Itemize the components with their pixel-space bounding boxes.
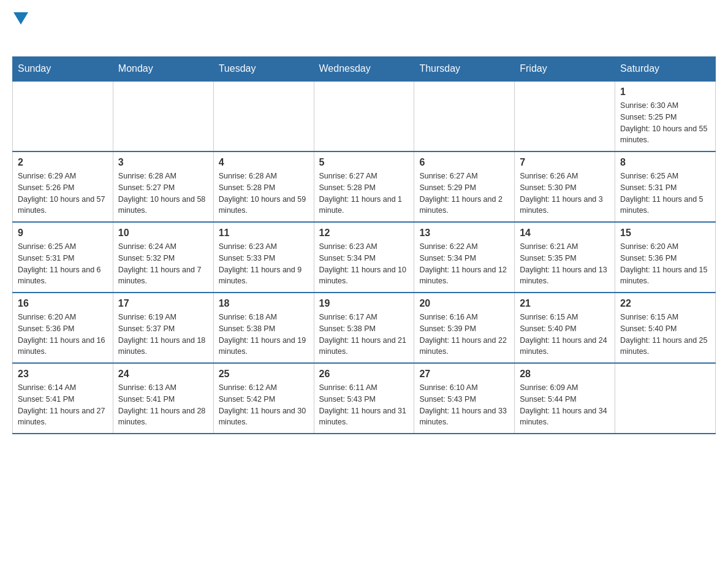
day-info: Sunrise: 6:13 AMSunset: 5:41 PMDaylight:… <box>118 382 208 428</box>
calendar-header-row: SundayMondayTuesdayWednesdayThursdayFrid… <box>13 57 716 82</box>
calendar-cell <box>113 81 213 151</box>
calendar-table: SundayMondayTuesdayWednesdayThursdayFrid… <box>12 56 716 434</box>
day-number: 28 <box>520 369 610 380</box>
calendar-cell <box>213 81 314 151</box>
calendar-cell <box>515 81 615 151</box>
calendar-cell: 10Sunrise: 6:24 AMSunset: 5:32 PMDayligh… <box>113 222 213 293</box>
day-info: Sunrise: 6:18 AMSunset: 5:38 PMDaylight:… <box>219 312 309 358</box>
calendar-week-row: 1Sunrise: 6:30 AMSunset: 5:25 PMDaylight… <box>13 81 716 151</box>
day-info: Sunrise: 6:10 AMSunset: 5:43 PMDaylight:… <box>419 382 509 428</box>
calendar-cell: 6Sunrise: 6:27 AMSunset: 5:29 PMDaylight… <box>414 151 515 222</box>
day-info: Sunrise: 6:23 AMSunset: 5:33 PMDaylight:… <box>219 241 309 287</box>
column-header-tuesday: Tuesday <box>213 57 314 82</box>
day-info: Sunrise: 6:19 AMSunset: 5:37 PMDaylight:… <box>118 312 208 358</box>
day-number: 13 <box>419 228 509 239</box>
day-info: Sunrise: 6:16 AMSunset: 5:39 PMDaylight:… <box>419 312 509 358</box>
day-number: 21 <box>520 298 610 309</box>
calendar-cell: 25Sunrise: 6:12 AMSunset: 5:42 PMDayligh… <box>213 363 314 434</box>
calendar-cell: 19Sunrise: 6:17 AMSunset: 5:38 PMDayligh… <box>314 293 414 363</box>
calendar-cell: 9Sunrise: 6:25 AMSunset: 5:31 PMDaylight… <box>13 222 113 293</box>
calendar-cell: 2Sunrise: 6:29 AMSunset: 5:26 PMDaylight… <box>13 151 113 222</box>
day-number: 1 <box>620 86 710 98</box>
day-info: Sunrise: 6:20 AMSunset: 5:36 PMDaylight:… <box>620 241 710 287</box>
day-number: 23 <box>18 369 108 380</box>
day-info: Sunrise: 6:11 AMSunset: 5:43 PMDaylight:… <box>319 382 409 428</box>
day-number: 15 <box>620 228 710 239</box>
day-number: 10 <box>118 228 208 239</box>
day-info: Sunrise: 6:20 AMSunset: 5:36 PMDaylight:… <box>18 312 108 358</box>
day-info: Sunrise: 6:26 AMSunset: 5:30 PMDaylight:… <box>520 170 610 216</box>
day-info: Sunrise: 6:28 AMSunset: 5:27 PMDaylight:… <box>118 170 208 216</box>
day-number: 12 <box>319 228 409 239</box>
calendar-cell: 1Sunrise: 6:30 AMSunset: 5:25 PMDaylight… <box>615 81 716 151</box>
day-info: Sunrise: 6:30 AMSunset: 5:25 PMDaylight:… <box>620 100 710 146</box>
calendar-cell: 13Sunrise: 6:22 AMSunset: 5:34 PMDayligh… <box>414 222 515 293</box>
day-number: 2 <box>18 157 108 168</box>
column-header-sunday: Sunday <box>13 57 113 82</box>
day-number: 24 <box>118 369 208 380</box>
calendar-cell <box>13 81 113 151</box>
column-header-wednesday: Wednesday <box>314 57 414 82</box>
day-number: 4 <box>219 157 309 168</box>
day-info: Sunrise: 6:09 AMSunset: 5:44 PMDaylight:… <box>520 382 610 428</box>
calendar-cell: 17Sunrise: 6:19 AMSunset: 5:37 PMDayligh… <box>113 293 213 363</box>
day-info: Sunrise: 6:25 AMSunset: 5:31 PMDaylight:… <box>620 170 710 216</box>
calendar-week-row: 16Sunrise: 6:20 AMSunset: 5:36 PMDayligh… <box>13 293 716 363</box>
column-header-monday: Monday <box>113 57 213 82</box>
day-info: Sunrise: 6:15 AMSunset: 5:40 PMDaylight:… <box>520 312 610 358</box>
day-info: Sunrise: 6:27 AMSunset: 5:28 PMDaylight:… <box>319 170 409 216</box>
day-number: 22 <box>620 298 710 309</box>
calendar-week-row: 23Sunrise: 6:14 AMSunset: 5:41 PMDayligh… <box>13 363 716 434</box>
day-number: 27 <box>419 369 509 380</box>
day-info: Sunrise: 6:15 AMSunset: 5:40 PMDaylight:… <box>620 312 710 358</box>
day-info: Sunrise: 6:23 AMSunset: 5:34 PMDaylight:… <box>319 241 409 287</box>
calendar-cell: 3Sunrise: 6:28 AMSunset: 5:27 PMDaylight… <box>113 151 213 222</box>
column-header-thursday: Thursday <box>414 57 515 82</box>
calendar-cell: 7Sunrise: 6:26 AMSunset: 5:30 PMDaylight… <box>515 151 615 222</box>
calendar-cell: 4Sunrise: 6:28 AMSunset: 5:28 PMDaylight… <box>213 151 314 222</box>
calendar-cell: 14Sunrise: 6:21 AMSunset: 5:35 PMDayligh… <box>515 222 615 293</box>
calendar-cell: 18Sunrise: 6:18 AMSunset: 5:38 PMDayligh… <box>213 293 314 363</box>
day-number: 11 <box>219 228 309 239</box>
calendar-cell: 23Sunrise: 6:14 AMSunset: 5:41 PMDayligh… <box>13 363 113 434</box>
calendar-cell: 5Sunrise: 6:27 AMSunset: 5:28 PMDaylight… <box>314 151 414 222</box>
day-number: 9 <box>18 228 108 239</box>
calendar-cell: 24Sunrise: 6:13 AMSunset: 5:41 PMDayligh… <box>113 363 213 434</box>
calendar-cell: 11Sunrise: 6:23 AMSunset: 5:33 PMDayligh… <box>213 222 314 293</box>
day-info: Sunrise: 6:17 AMSunset: 5:38 PMDaylight:… <box>319 312 409 358</box>
calendar-cell: 26Sunrise: 6:11 AMSunset: 5:43 PMDayligh… <box>314 363 414 434</box>
day-info: Sunrise: 6:25 AMSunset: 5:31 PMDaylight:… <box>18 241 108 287</box>
logo <box>12 12 28 44</box>
calendar-cell: 28Sunrise: 6:09 AMSunset: 5:44 PMDayligh… <box>515 363 615 434</box>
column-header-saturday: Saturday <box>615 57 716 82</box>
calendar-cell <box>615 363 716 434</box>
day-number: 17 <box>118 298 208 309</box>
day-number: 16 <box>18 298 108 309</box>
day-number: 8 <box>620 157 710 168</box>
calendar-cell: 27Sunrise: 6:10 AMSunset: 5:43 PMDayligh… <box>414 363 515 434</box>
day-info: Sunrise: 6:12 AMSunset: 5:42 PMDaylight:… <box>219 382 309 428</box>
calendar-cell: 21Sunrise: 6:15 AMSunset: 5:40 PMDayligh… <box>515 293 615 363</box>
calendar-cell: 15Sunrise: 6:20 AMSunset: 5:36 PMDayligh… <box>615 222 716 293</box>
day-number: 25 <box>219 369 309 380</box>
day-number: 26 <box>319 369 409 380</box>
day-info: Sunrise: 6:24 AMSunset: 5:32 PMDaylight:… <box>118 241 208 287</box>
day-info: Sunrise: 6:14 AMSunset: 5:41 PMDaylight:… <box>18 382 108 428</box>
day-number: 19 <box>319 298 409 309</box>
calendar-cell: 20Sunrise: 6:16 AMSunset: 5:39 PMDayligh… <box>414 293 515 363</box>
day-info: Sunrise: 6:28 AMSunset: 5:28 PMDaylight:… <box>219 170 309 216</box>
calendar-cell: 8Sunrise: 6:25 AMSunset: 5:31 PMDaylight… <box>615 151 716 222</box>
day-number: 3 <box>118 157 208 168</box>
page-header <box>12 12 716 44</box>
calendar-week-row: 2Sunrise: 6:29 AMSunset: 5:26 PMDaylight… <box>13 151 716 222</box>
day-number: 7 <box>520 157 610 168</box>
day-number: 14 <box>520 228 610 239</box>
calendar-week-row: 9Sunrise: 6:25 AMSunset: 5:31 PMDaylight… <box>13 222 716 293</box>
day-number: 6 <box>419 157 509 168</box>
day-info: Sunrise: 6:22 AMSunset: 5:34 PMDaylight:… <box>419 241 509 287</box>
day-info: Sunrise: 6:27 AMSunset: 5:29 PMDaylight:… <box>419 170 509 216</box>
day-info: Sunrise: 6:21 AMSunset: 5:35 PMDaylight:… <box>520 241 610 287</box>
calendar-cell <box>414 81 515 151</box>
day-info: Sunrise: 6:29 AMSunset: 5:26 PMDaylight:… <box>18 170 108 216</box>
calendar-cell <box>314 81 414 151</box>
